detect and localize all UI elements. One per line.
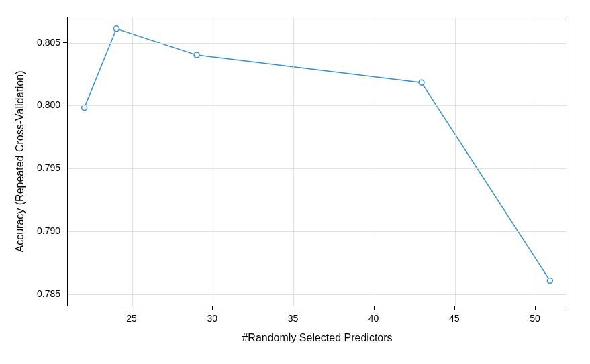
x-tick-label: 30 (207, 313, 217, 324)
x-tick-label: 25 (126, 313, 137, 324)
data-point-marker (114, 26, 119, 32)
x-tick-mark (535, 306, 536, 310)
line-plot-svg (68, 17, 567, 306)
grid-line-vertical (455, 17, 456, 306)
x-tick-mark (212, 306, 213, 310)
chart-container: #Randomly Selected Predictors Accuracy (… (0, 0, 590, 364)
y-tick-mark (63, 294, 67, 294)
y-tick-mark (63, 168, 67, 168)
x-axis-label: #Randomly Selected Predictors (242, 332, 392, 344)
y-tick-mark (63, 105, 67, 105)
grid-line-vertical (536, 17, 536, 306)
data-point-marker (547, 278, 552, 284)
grid-line-horizontal (68, 168, 567, 169)
x-tick-label: 40 (368, 313, 379, 324)
grid-line-horizontal (68, 105, 567, 106)
x-tick-mark (374, 306, 375, 310)
grid-line-vertical (375, 17, 375, 306)
plot-area (67, 17, 567, 306)
x-tick-label: 35 (288, 313, 299, 324)
grid-line-vertical (132, 17, 133, 306)
x-tick-label: 45 (449, 313, 460, 324)
data-line (85, 29, 550, 281)
x-tick-mark (132, 306, 132, 310)
y-tick-label: 0.785 (37, 288, 60, 299)
y-tick-label: 0.795 (37, 162, 60, 173)
grid-line-horizontal (68, 43, 567, 44)
grid-line-horizontal (68, 231, 567, 232)
grid-line-vertical (213, 17, 213, 306)
x-tick-label: 50 (530, 313, 540, 324)
data-point-marker (194, 52, 199, 58)
x-tick-mark (454, 306, 455, 310)
y-tick-label: 0.800 (37, 99, 60, 110)
y-tick-label: 0.790 (37, 225, 60, 236)
data-point-marker (419, 80, 424, 85)
y-axis-label: Accuracy (Repeated Cross-Validation) (14, 71, 26, 253)
grid-line-vertical (293, 17, 294, 306)
y-tick-label: 0.805 (37, 37, 60, 48)
x-tick-mark (293, 306, 293, 310)
y-tick-mark (63, 231, 67, 231)
grid-line-horizontal (68, 294, 567, 295)
y-tick-mark (63, 42, 67, 43)
